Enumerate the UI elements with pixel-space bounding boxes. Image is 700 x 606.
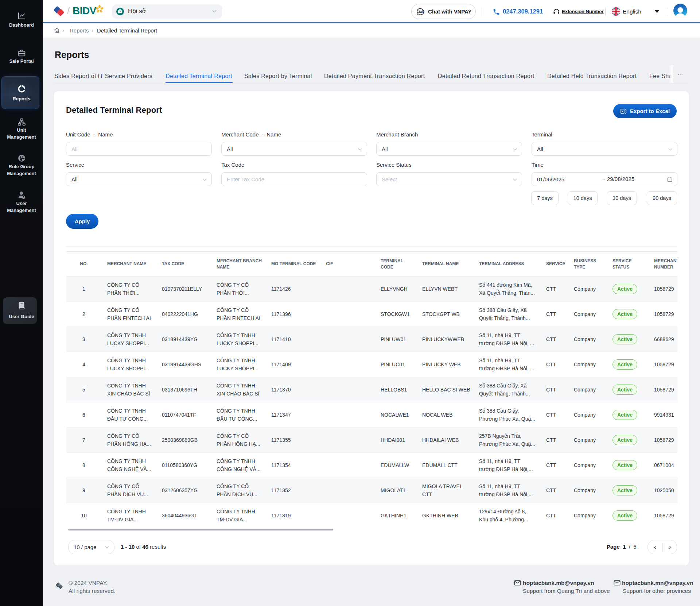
svg-text:Zalo: Zalo [418,10,424,13]
